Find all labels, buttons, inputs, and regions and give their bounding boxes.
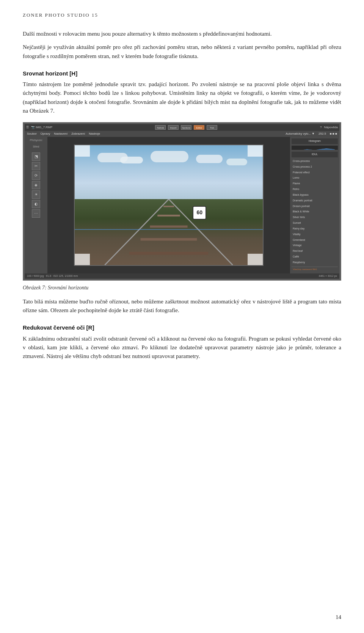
page-title: Zoner Photo Studio 15 (23, 12, 98, 18)
tool-horizon[interactable]: ⟳ (32, 171, 40, 180)
tab-import[interactable]: Import (168, 125, 179, 130)
tab-editor[interactable]: Editor (194, 125, 204, 130)
menu-soubor[interactable]: Soubor (27, 132, 37, 136)
figure-right-panel: Histogram IDUL Cross-process Cross-proce… (290, 137, 339, 273)
panel-item-cross-process-2[interactable]: Cross-process 2 (292, 165, 338, 170)
tab-nahrat[interactable]: Nahrát (155, 125, 166, 130)
menu-zobrazeni[interactable]: Zobrazení (71, 132, 85, 136)
tool-contrast[interactable]: ◐ (32, 200, 40, 208)
panel-item-polaroid[interactable]: Polaroid effect (292, 170, 338, 175)
section-heading-horizont: Srovnat horizont [H] (23, 69, 341, 78)
histogram-chart (292, 146, 338, 150)
cloud-5 (226, 159, 247, 165)
panel-item-lomo[interactable]: Lomo (292, 176, 338, 181)
panel-item-silver[interactable]: Silver tints (292, 215, 338, 220)
panel-item-vitality[interactable]: Vitality (292, 232, 338, 237)
figure-toolbar: ☰ 📷 IMG_7.RMP Nahrát Import Správce Edit… (25, 124, 339, 131)
svg-rect-7 (75, 199, 263, 265)
figure-status-bar: 100 / 5000 jpg · f/1.8 · ISO 125, 1/1000… (25, 273, 339, 279)
figure-caption: Obrázek 7: Srovnání horizontu (23, 284, 341, 292)
tool-selection[interactable]: ◈ (32, 181, 40, 189)
section-heading-redeye: Redukovat červené oči [R] (23, 323, 341, 332)
panel-item-greenland[interactable]: Greenland (292, 238, 338, 243)
paragraph-1: Další možnosti v rolovacím menu jsou pou… (23, 30, 341, 38)
paragraph-2: Nejčastěji je využíván aktuální poměr pr… (23, 43, 341, 61)
figure-inner: ☰ 📷 IMG_7.RMP Nahrát Import Správce Edit… (25, 124, 339, 279)
cloud-4 (196, 155, 223, 163)
cloud-2 (120, 157, 143, 163)
panel-item-raspberry[interactable]: Raspberry (292, 260, 338, 265)
white-area-bottomleft (75, 254, 90, 265)
panel-presets-header: IDUL (292, 152, 338, 157)
panel-all-presets[interactable]: Všechny nastavení filtrů (292, 267, 338, 272)
panel-histogram-header: Histogram (292, 138, 338, 144)
paragraph-8: Tato bílá místa můžeme buďto ručně ořízn… (23, 297, 341, 315)
panel-item-sunset[interactable]: Sunset (292, 221, 338, 226)
panel-item-caffe[interactable]: Caffé (292, 254, 338, 259)
panel-item-retro[interactable]: Retro (292, 187, 338, 192)
panel-item-cross-process[interactable]: Cross-process (292, 159, 338, 164)
tool-rotate[interactable]: ✂ (32, 162, 40, 170)
menu-nastroje[interactable]: Nástroje (89, 132, 100, 136)
ground: 60 (75, 199, 263, 265)
speed-sign: 60 (193, 206, 206, 220)
panel-item-flame[interactable]: Flame (292, 181, 338, 186)
status-right: 4461 × 3012 px (319, 274, 337, 278)
cloud-3 (151, 151, 188, 162)
figure-7: ☰ 📷 IMG_7.RMP Nahrát Import Správce Edit… (23, 122, 341, 281)
tool-crop[interactable]: ⬔ (32, 152, 40, 161)
horizon-line (75, 229, 263, 230)
figure-photo-view: 60 (47, 137, 290, 273)
sky (75, 145, 263, 199)
figure-content: Přichycení Střed ⬔ ✂ ⟳ ◈ ☀ ◐ ⋯ (25, 137, 339, 273)
white-area-topleft (75, 145, 90, 157)
tool-more[interactable]: ⋯ (32, 209, 40, 218)
tab-spravce[interactable]: Správce (181, 125, 191, 130)
panel-item-vintage[interactable]: Vintage (292, 243, 338, 248)
tab-tisk[interactable]: Tisk (207, 125, 217, 130)
panel-item-dream[interactable]: Dream portrait (292, 204, 338, 209)
railway-tracks (75, 199, 263, 265)
menu-nastaveni[interactable]: Nastavení (54, 132, 67, 136)
menu-upravy[interactable]: Úpravy (41, 132, 50, 136)
white-area-topright (248, 145, 263, 157)
paragraph-10: K základnímu odstranění stačí zvolit ods… (23, 335, 341, 361)
status-left: 100 / 5000 jpg · f/1.8 · ISO 125, 1/1000… (27, 274, 78, 278)
figure-menu: Soubor Úpravy Nastavení Zobrazení Nástro… (25, 131, 339, 137)
panel-item-red-leaf[interactable]: Red leaf (292, 249, 338, 254)
page-header: Zoner Photo Studio 15 (23, 11, 341, 19)
panel-item-rainy[interactable]: Rainy day (292, 226, 338, 231)
paragraph-3: Tímto nástrojem lze poměrně jednoduše sp… (23, 80, 341, 115)
photo-frame: 60 (74, 145, 264, 266)
tool-brightness[interactable]: ☀ (32, 190, 40, 199)
panel-item-dramatic[interactable]: Dramatic portrait (292, 198, 338, 203)
panel-item-black-bypass[interactable]: Black-bypass (292, 193, 338, 198)
figure-left-panel: Přichycení Střed ⬔ ✂ ⟳ ◈ ☀ ◐ ⋯ (25, 137, 47, 273)
panel-item-bw[interactable]: Black & White (292, 209, 338, 214)
white-area-bottomright (248, 254, 263, 265)
